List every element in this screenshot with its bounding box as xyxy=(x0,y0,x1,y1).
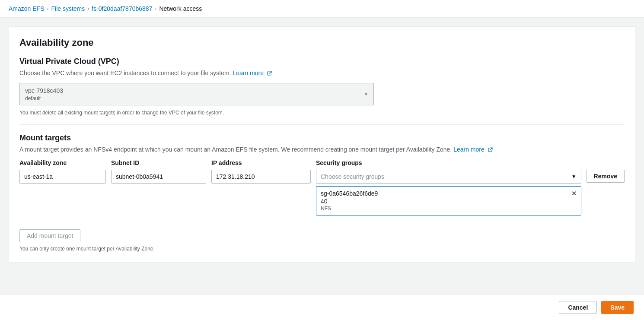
main-panel: Availability zone Virtual Private Cloud … xyxy=(9,26,635,263)
col-header-sg: Security groups xyxy=(316,159,619,166)
mount-targets-title: Mount targets xyxy=(19,133,625,143)
cancel-button[interactable]: Cancel xyxy=(559,301,597,314)
security-groups-cell: Choose security groups ▼ sg-0a6546ba26f6… xyxy=(316,170,581,215)
table-headers: Availability zone Subnet ID IP address S… xyxy=(19,159,625,170)
breadcrumb: Amazon EFS › File systems › fs-0f20daaf7… xyxy=(0,0,644,18)
vpc-title: Virtual Private Cloud (VPC) xyxy=(19,57,625,66)
breadcrumb-sep-3: › xyxy=(155,6,156,12)
vpc-dropdown-arrow-icon: ▼ xyxy=(363,91,369,97)
add-mount-target-wrapper: Add mount target You can only create one… xyxy=(19,222,625,252)
subnet-field: subnet-0b0a5941 xyxy=(111,170,206,184)
main-content: Availability zone Virtual Private Cloud … xyxy=(0,18,644,295)
mount-targets-section: Mount targets A mount target provides an… xyxy=(19,133,625,252)
vpc-note: You must delete all existing mount targe… xyxy=(19,110,625,116)
breadcrumb-file-systems[interactable]: File systems xyxy=(51,5,85,12)
vpc-id-text: vpc-7918c403 xyxy=(25,87,356,95)
sg-dropdown-arrow-icon: ▼ xyxy=(571,174,577,180)
footer: Cancel Save xyxy=(0,295,644,320)
section-divider xyxy=(19,124,625,125)
sg-tag-close-icon[interactable]: ✕ xyxy=(571,190,577,196)
section-title: Availability zone xyxy=(19,37,625,48)
col-header-subnet: Subnet ID xyxy=(111,159,206,166)
sg-tag-id: sg-0a6546ba26f6de9 xyxy=(321,190,378,197)
vpc-name-text: default xyxy=(25,95,356,101)
save-button[interactable]: Save xyxy=(601,301,634,314)
mount-targets-external-link-icon xyxy=(488,147,493,152)
vpc-select[interactable]: vpc-7918c403 default xyxy=(19,83,374,105)
vpc-section: Virtual Private Cloud (VPC) Choose the V… xyxy=(19,57,625,116)
breadcrumb-sep-2: › xyxy=(87,6,89,12)
add-mount-target-button[interactable]: Add mount target xyxy=(19,229,80,242)
zone-note: You can only create one mount target per… xyxy=(19,246,625,252)
ip-field: 172.31.18.210 xyxy=(211,170,311,184)
sg-tag-container: sg-0a6546ba26f6de9 ✕ 40 NFS xyxy=(316,186,581,215)
sg-tag-name: NFS xyxy=(321,206,577,212)
breadcrumb-sep-1: › xyxy=(47,6,48,12)
vpc-learn-more-link[interactable]: Learn more xyxy=(233,70,271,76)
table-row: us-east-1a subnet-0b0a5941 172.31.18.210… xyxy=(19,170,625,215)
vpc-select-wrapper: vpc-7918c403 default ▼ xyxy=(19,83,374,105)
sg-dropdown[interactable]: Choose security groups ▼ xyxy=(316,170,581,184)
breadcrumb-current: Network access xyxy=(159,5,202,12)
external-link-icon xyxy=(267,71,272,76)
mount-targets-description: A mount target provides an NFSv4 endpoin… xyxy=(19,145,625,154)
sg-tag-num: 40 xyxy=(321,198,577,205)
col-header-ip: IP address xyxy=(211,159,311,166)
col-header-az: Availability zone xyxy=(19,159,106,166)
remove-button[interactable]: Remove xyxy=(587,170,625,183)
sg-dropdown-placeholder: Choose security groups xyxy=(321,173,570,180)
breadcrumb-amazon-efs[interactable]: Amazon EFS xyxy=(9,5,44,12)
breadcrumb-fs-id[interactable]: fs-0f20daaf7870b6887 xyxy=(92,5,152,12)
vpc-description: Choose the VPC where you want EC2 instan… xyxy=(19,69,625,78)
mount-targets-learn-more-link[interactable]: Learn more xyxy=(453,146,492,153)
sg-tag-header: sg-0a6546ba26f6de9 ✕ xyxy=(321,190,577,197)
az-field: us-east-1a xyxy=(19,170,106,184)
